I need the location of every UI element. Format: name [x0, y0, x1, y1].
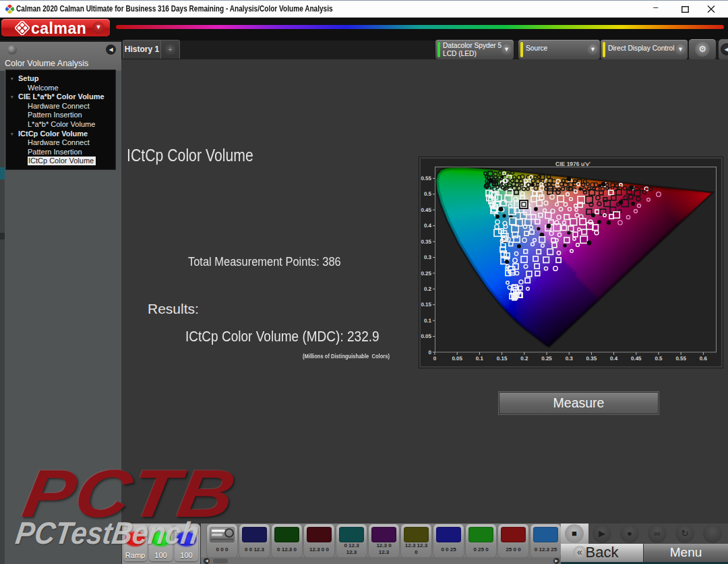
svg-text:0.5: 0.5: [655, 356, 663, 362]
svg-text:0.3: 0.3: [566, 356, 574, 362]
svg-text:0.2: 0.2: [520, 356, 528, 362]
svg-text:CIE 1976 u'v': CIE 1976 u'v': [555, 161, 590, 167]
svg-text:0.15: 0.15: [497, 356, 508, 362]
svg-text:0.55: 0.55: [675, 356, 686, 362]
svg-text:0.05: 0.05: [452, 356, 462, 362]
svg-text:0.25: 0.25: [541, 356, 552, 362]
svg-text:0: 0: [429, 349, 432, 356]
svg-text:0.3: 0.3: [424, 254, 432, 260]
svg-text:0.5: 0.5: [424, 191, 432, 197]
svg-text:0.4: 0.4: [610, 356, 618, 362]
svg-text:0.45: 0.45: [421, 207, 431, 213]
svg-text:0.1: 0.1: [476, 356, 484, 362]
svg-text:0.35: 0.35: [586, 356, 597, 362]
svg-text:0: 0: [433, 356, 437, 362]
svg-text:0.15: 0.15: [421, 302, 431, 308]
svg-text:0.55: 0.55: [421, 175, 431, 181]
svg-text:0.25: 0.25: [421, 271, 431, 277]
svg-text:0.2: 0.2: [424, 286, 432, 292]
svg-text:0.1: 0.1: [424, 318, 432, 324]
svg-text:0.45: 0.45: [631, 356, 642, 362]
svg-text:0.05: 0.05: [421, 333, 431, 339]
svg-text:0.35: 0.35: [421, 239, 431, 245]
svg-text:0.4: 0.4: [424, 223, 432, 229]
svg-text:0.6: 0.6: [700, 356, 708, 362]
